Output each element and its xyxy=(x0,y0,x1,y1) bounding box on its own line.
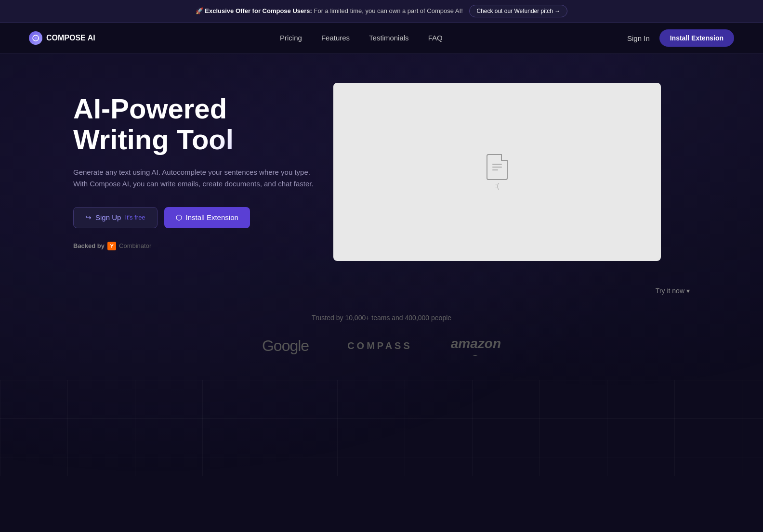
nav-links: Pricing Features Testimonials FAQ xyxy=(280,34,443,42)
trusted-section: Trusted by 10,000+ teams and 400,000 peo… xyxy=(0,295,763,365)
broken-image-label: :( xyxy=(495,182,500,190)
try-it-now[interactable]: Try it now ▾ xyxy=(44,280,719,295)
install-label: Install Extension xyxy=(186,213,238,221)
signup-label: Sign Up xyxy=(95,213,121,221)
hero-buttons: ↪ Sign Up It's free ⬡ Install Extension xyxy=(73,207,314,228)
main-nav: COMPOSE AI Pricing Features Testimonials… xyxy=(0,23,763,54)
yc-badge: Y xyxy=(107,242,116,250)
wefunder-cta[interactable]: Check out our Wefunder pitch → xyxy=(469,5,567,17)
signup-free-label: It's free xyxy=(125,214,145,221)
demo-box: :( xyxy=(333,83,661,261)
hero-left: AI-Powered Writing Tool Generate any tex… xyxy=(73,93,314,250)
try-it-label: Try it now xyxy=(656,287,684,295)
hero-title: AI-Powered Writing Tool xyxy=(73,93,314,155)
backed-by: Backed by Y Combinator xyxy=(73,242,314,250)
amazon-logo: amazon ‿ xyxy=(451,336,501,356)
try-it-chevron: ▾ xyxy=(686,287,690,295)
announcement-bold: Exclusive Offer for Compose Users: xyxy=(205,7,312,14)
logo-text: COMPOSE AI xyxy=(46,34,95,42)
hero-description: Generate any text using AI. Autocomplete… xyxy=(73,167,314,190)
nav-faq[interactable]: FAQ xyxy=(428,34,443,42)
file-broken-icon xyxy=(487,154,508,180)
trusted-text: Trusted by 10,000+ teams and 400,000 peo… xyxy=(10,314,753,322)
google-logo: Google xyxy=(262,337,309,355)
announcement-rocket: 🚀 xyxy=(196,7,203,14)
install-extension-button[interactable]: ⬡ Install Extension xyxy=(164,207,250,228)
grid-section xyxy=(0,380,763,476)
hero-right: :( xyxy=(333,83,661,261)
install-icon: ⬡ xyxy=(176,213,182,222)
compass-logo: COMPASS xyxy=(347,340,412,351)
nav-pricing[interactable]: Pricing xyxy=(280,34,302,42)
logo-icon xyxy=(29,31,42,45)
signup-button[interactable]: ↪ Sign Up It's free xyxy=(73,207,158,228)
sign-in-link[interactable]: Sign In xyxy=(627,34,650,42)
trusted-logos: Google COMPASS amazon ‿ xyxy=(10,336,753,356)
nav-testimonials[interactable]: Testimonials xyxy=(369,34,409,42)
signup-icon: ↪ xyxy=(85,213,92,222)
hero-section: AI-Powered Writing Tool Generate any tex… xyxy=(44,54,719,280)
nav-features[interactable]: Features xyxy=(321,34,350,42)
backed-by-label: Backed by xyxy=(73,242,105,249)
announcement-message: For a limited time, you can own a part o… xyxy=(314,7,463,14)
announcement-bar: 🚀 Exclusive Offer for Compose Users: For… xyxy=(0,0,763,23)
combinator-text: Combinator xyxy=(119,242,151,249)
nav-install-button[interactable]: Install Extension xyxy=(659,29,734,47)
nav-logo[interactable]: COMPOSE AI xyxy=(29,31,95,45)
nav-right: Sign In Install Extension xyxy=(627,29,734,47)
grid-background xyxy=(0,380,763,476)
demo-placeholder: :( xyxy=(487,154,508,190)
